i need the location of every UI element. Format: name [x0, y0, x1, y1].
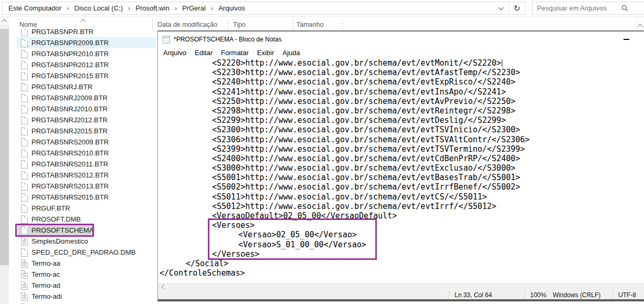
sort-ascending-icon: [81, 18, 85, 25]
file-row[interactable]: PRGTABSNRS2011.BTR: [17, 159, 156, 170]
menu-exibir[interactable]: Exibir: [253, 48, 279, 57]
file-name: PRGTABSNRS2015.BTR: [31, 193, 109, 201]
file-row[interactable]: PRGTABSNPR2012.BTR: [17, 59, 156, 70]
file-name: PRGTABSNPR2010.BTR: [31, 50, 109, 58]
file-icon: [21, 94, 28, 102]
file-name: PROSOFT.DMB: [31, 215, 81, 223]
file-name: PRGTABSNRJ2010.BTR: [31, 105, 108, 113]
file-icon: [21, 204, 28, 213]
menu-ajuda[interactable]: Ajuda: [278, 48, 304, 57]
file-row[interactable]: PRGTABSNPR2010.BTR: [17, 48, 156, 59]
editor-line: <S2250>http://www.esocial.gov.br/schema/…: [160, 97, 644, 106]
breadcrumb-separator-icon: ›: [209, 4, 215, 12]
file-row[interactable]: PRGTABSNRS2013.BTR: [17, 181, 156, 192]
file-name: PRGTABSNPR2012.BTR: [31, 61, 109, 69]
file-row[interactable]: PRGTABSNRS2015.BTR: [17, 192, 156, 203]
zoom-level-status: 100%: [524, 290, 547, 299]
column-header-size[interactable]: Tamanho: [297, 21, 323, 28]
text-file-icon: [21, 237, 28, 246]
file-row[interactable]: PRGTABSNRJ2015.BTR: [17, 125, 156, 137]
line-ending-status: Windows (CRLF): [547, 290, 613, 299]
editor-line: <S2240>http://www.esocial.gov.br/schema/…: [160, 77, 644, 87]
file-row[interactable]: PRGTABSNRJ2010.BTR: [17, 103, 156, 114]
text-file-icon: [21, 292, 28, 301]
editor-line: <S5011>http://www.esocial.gov.br/schema/…: [160, 192, 644, 202]
file-name: PRGTABSNRJ2015.BTR: [31, 127, 108, 135]
editor-line: <S2399>http://www.esocial.gov.br/schema/…: [160, 144, 644, 154]
menu-editar[interactable]: Editar: [191, 48, 217, 57]
column-header-type[interactable]: Tipo: [233, 21, 246, 28]
statusbar: Ln 33, Col 64 100% Windows (CRLF) UTF-8: [158, 290, 644, 299]
file-icon: [21, 160, 28, 169]
column-header-name[interactable]: Nome: [19, 21, 37, 28]
file-row[interactable]: PRGTABSNRS2010.BTR: [17, 148, 156, 159]
column-header-date[interactable]: Data de modificação: [157, 21, 217, 28]
editor-line: <S3000>http://www.esocial.gov.br/schema/…: [160, 163, 644, 173]
annotation-box-file: [15, 224, 94, 237]
encoding-status: UTF-8: [613, 290, 644, 299]
menu-formatar[interactable]: Formatar: [217, 48, 253, 57]
file-row[interactable]: PRGTABSNRJ2012.BTR: [17, 114, 156, 125]
menu-arquivo[interactable]: Arquivo: [159, 48, 191, 57]
file-name: PRGTABSNRS2012.BTR: [31, 171, 109, 179]
breadcrumb-separator-icon: ›: [65, 4, 70, 12]
breadcrumb-item[interactable]: Prosoft.win: [132, 3, 173, 13]
file-row[interactable]: PRGTABSNRS2009.BTR: [17, 137, 156, 148]
file-row[interactable]: [17, 302, 156, 304]
breadcrumb-item[interactable]: PrGeral: [178, 3, 209, 13]
file-icon: [21, 72, 28, 80]
editor-line: <S5012>http://www.esocial.gov.br/schema/…: [160, 202, 644, 211]
column-divider[interactable]: [342, 19, 343, 30]
statusbar-spacer: [158, 290, 449, 299]
vertical-scrollbar[interactable]: [0, 16, 9, 304]
file-icon: [21, 193, 28, 202]
scroll-up-button[interactable]: [0, 16, 9, 25]
scrollbar-thumb[interactable]: [0, 29, 9, 265]
horizontal-scrollbar[interactable]: [158, 283, 644, 290]
file-row[interactable]: Termo-ac: [17, 269, 156, 280]
right-scrollbar-top[interactable]: [635, 16, 644, 30]
editor-line: <S2241>http://www.esocial.gov.br/schema/…: [160, 87, 644, 97]
file-row[interactable]: Termo-adi: [17, 291, 156, 302]
file-icon: [21, 171, 28, 180]
file-row[interactable]: SimplesDomestico: [17, 236, 156, 247]
chevron-down-icon: [498, 5, 503, 10]
file-row[interactable]: Termo-ad: [17, 280, 156, 291]
file-name: PRGTABSNRJ2009.BTR: [31, 94, 108, 102]
file-row[interactable]: PRGTABSNPR2009.BTR: [17, 37, 156, 48]
breadcrumb-item[interactable]: Arquivos: [215, 3, 249, 13]
minimize-button[interactable]: [624, 39, 629, 40]
file-icon: [21, 182, 28, 191]
editor-line: <S2400>http://www.esocial.gov.br/schema/…: [160, 154, 644, 163]
file-row[interactable]: PRGTABSNRS2012.BTR: [17, 170, 156, 181]
notepad-icon: [163, 36, 170, 44]
column-divider[interactable]: [228, 19, 228, 30]
editor-line: </Social>: [160, 259, 644, 268]
file-name: Termo-ad: [31, 281, 60, 289]
file-row[interactable]: PRGTABSNRJ2009.BTR: [17, 92, 156, 103]
file-row[interactable]: PROSOFT.DMB: [17, 214, 156, 225]
file-name: PRGTABSNPR2015.BTR: [31, 72, 109, 80]
address-bar[interactable]: Este Computador›Disco Local (C:)›Prosoft…: [2, 2, 525, 15]
file-row[interactable]: PRGTABSNRJ.BTR: [17, 81, 156, 92]
chevron-left-icon[interactable]: [162, 285, 167, 290]
file-name: PRGTABSNRS2009.BTR: [31, 138, 109, 146]
column-divider[interactable]: [293, 19, 293, 30]
search-input[interactable]: Pesquisar em Arquivos: [532, 2, 644, 15]
editor-line: <S2300>http://www.esocial.gov.br/schema/…: [160, 125, 644, 134]
breadcrumb-item[interactable]: Disco Local (C:): [71, 3, 126, 13]
file-row[interactable]: Termo-aa: [17, 258, 156, 269]
editor-line: <S2299>http://www.esocial.gov.br/schema/…: [160, 116, 644, 125]
refresh-button[interactable]: ↻: [509, 2, 525, 14]
notepad-titlebar[interactable]: *PROSOFTSCHEMA - Bloco de Notas: [158, 32, 644, 47]
notepad-window: *PROSOFTSCHEMA - Bloco de Notas ArquivoE…: [157, 30, 644, 301]
file-row[interactable]: PRGTABSNPR2015.BTR: [17, 70, 156, 81]
editor-line: </ControleSchemas>: [160, 268, 644, 278]
file-name: PRGTABSNPR2009.BTR: [31, 39, 109, 47]
column-divider[interactable]: [152, 19, 153, 30]
file-row[interactable]: SPED_ECD_DRE_PADRAO.DMB: [17, 247, 156, 258]
breadcrumb-item[interactable]: Este Computador: [5, 3, 65, 13]
file-icon: [21, 39, 28, 47]
file-row[interactable]: PRGUF.BTR: [17, 203, 156, 214]
address-dropdown-button[interactable]: [493, 2, 509, 14]
